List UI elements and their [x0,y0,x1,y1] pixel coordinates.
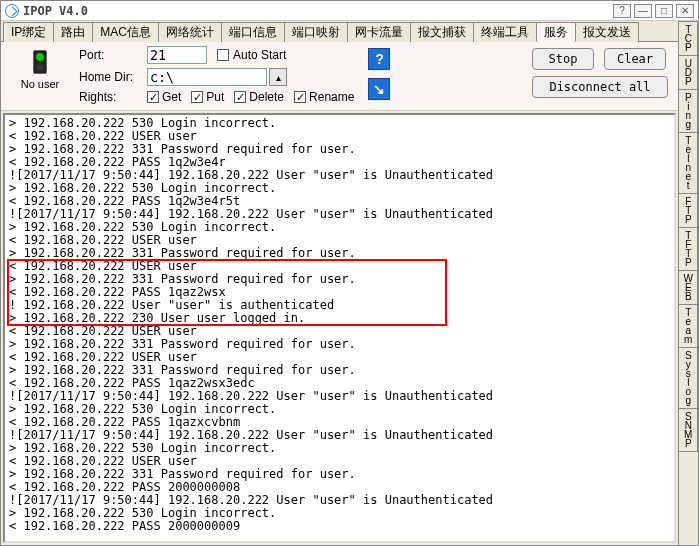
side-tab-snmp[interactable]: SNMP [679,408,698,452]
side-tab-tcp[interactable]: TCP [679,21,698,56]
side-tab-telnet[interactable]: Telnet [679,132,698,194]
top-tab-0[interactable]: IP绑定 [3,22,54,42]
disconnect-all-button[interactable]: Disconnect all [532,76,668,98]
top-tab-4[interactable]: 端口信息 [221,22,285,42]
side-tab-strip: TCPUDPPingTelnetFTPTFTPWEBTeamSyslogSNMP [678,21,698,545]
auto-start-checkbox[interactable] [217,49,229,61]
side-tab-ftp[interactable]: FTP [679,193,698,228]
top-tab-1[interactable]: 路由 [53,22,93,42]
minimize-button[interactable]: — [634,4,652,18]
rights-label: Rights: [73,90,143,104]
app-icon [5,4,19,18]
arrow-icon[interactable]: ↘ [368,78,390,100]
top-tab-6[interactable]: 网卡流量 [347,22,411,42]
help-button[interactable]: ? [613,4,631,18]
side-tab-ping[interactable]: Ping [679,89,698,133]
window-buttons: ? — □ ✕ [613,4,694,18]
rights-delete-checkbox[interactable] [234,91,246,103]
clear-button[interactable]: Clear [604,48,666,70]
side-tab-tftp[interactable]: TFTP [679,227,698,271]
app-title: IPOP V4.0 [23,4,613,18]
help-icon[interactable]: ? [368,48,390,70]
rights-put-label: Put [206,90,224,104]
status-light-icon [33,50,47,74]
title-bar: IPOP V4.0 ? — □ ✕ [1,1,698,21]
top-tab-8[interactable]: 终端工具 [473,22,537,42]
auto-start-label: Auto Start [233,48,286,62]
rights-get-label: Get [162,90,181,104]
homedir-label: Home Dir: [73,70,143,84]
top-tab-5[interactable]: 端口映射 [284,22,348,42]
browse-button[interactable]: ▴ [269,68,287,86]
side-tab-web[interactable]: WEB [679,270,698,305]
port-label: Port: [73,48,143,62]
port-input[interactable] [147,46,207,64]
rights-delete-label: Delete [249,90,284,104]
log-output[interactable]: > 192.168.20.222 530 Login incorrect. < … [3,113,676,543]
control-panel: No user Port: Auto Start Home Dir: ▴ Rig [1,42,678,111]
rights-get-checkbox[interactable] [147,91,159,103]
rights-put-checkbox[interactable] [191,91,203,103]
rights-rename-checkbox[interactable] [294,91,306,103]
side-tab-udp[interactable]: UDP [679,55,698,90]
close-button[interactable]: ✕ [676,4,694,18]
top-tab-7[interactable]: 报文捕获 [410,22,474,42]
top-tab-row: IP绑定路由MAC信息网络统计端口信息端口映射网卡流量报文捕获终端工具服务报文发… [1,21,678,42]
rights-rename-label: Rename [309,90,354,104]
maximize-button[interactable]: □ [655,4,673,18]
top-tab-2[interactable]: MAC信息 [92,22,159,42]
status-label: No user [21,78,60,90]
top-tab-9[interactable]: 服务 [536,22,576,42]
side-tab-syslog[interactable]: Syslog [679,347,698,409]
homedir-input[interactable] [147,68,267,86]
side-tab-team[interactable]: Team [679,304,698,348]
top-tab-10[interactable]: 报文发送 [575,22,639,42]
stop-button[interactable]: Stop [532,48,594,70]
top-tab-3[interactable]: 网络统计 [158,22,222,42]
